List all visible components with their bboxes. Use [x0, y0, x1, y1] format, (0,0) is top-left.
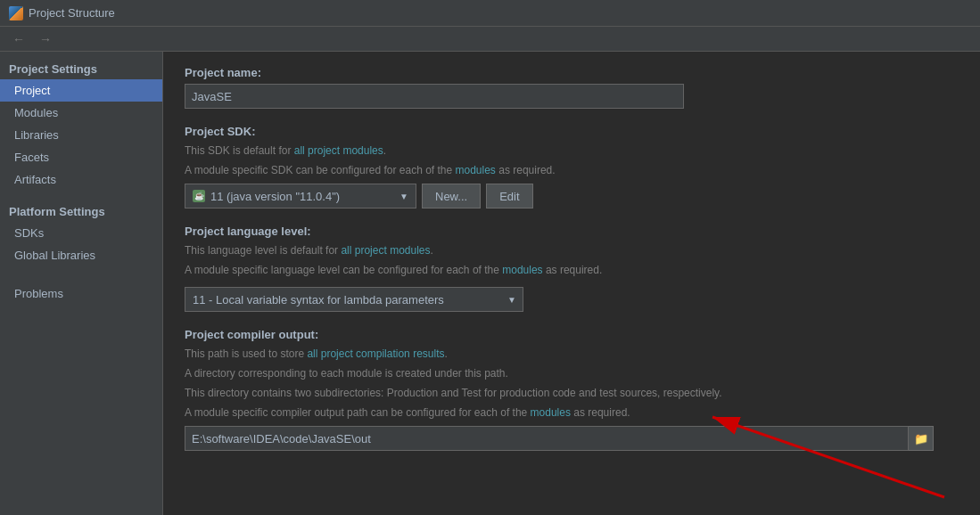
compiler-desc3: This directory contains two subdirectori…	[185, 385, 959, 401]
sdk-value: 11 (java version "11.0.4")	[210, 190, 340, 203]
sdk-dropdown-arrow-icon: ▼	[399, 192, 408, 201]
sidebar: Project Settings Project Modules Librari…	[0, 52, 163, 515]
back-button[interactable]: ←	[7, 30, 30, 48]
title-bar: Project Structure	[0, 0, 980, 27]
lang-desc2: A module specific language level can be …	[185, 262, 959, 278]
compiler-folder-button[interactable]: 📁	[909, 426, 934, 451]
compiler-desc4: A module specific compiler output path c…	[185, 405, 959, 421]
compiler-output-label: Project compiler output:	[185, 328, 959, 341]
project-name-label: Project name:	[185, 66, 959, 79]
sdk-desc2: A module specific SDK can be configured …	[185, 162, 959, 178]
language-level-label: Project language level:	[185, 225, 959, 238]
sdk-edit-button[interactable]: Edit	[486, 184, 532, 208]
folder-icon: 📁	[914, 432, 928, 446]
sidebar-item-artifacts[interactable]: Artifacts	[0, 168, 162, 191]
sidebar-item-project[interactable]: Project	[0, 79, 162, 102]
title-bar-text: Project Structure	[29, 6, 115, 20]
compiler-output-input[interactable]	[185, 426, 909, 451]
sidebar-item-problems[interactable]: Problems	[0, 282, 162, 305]
language-level-select[interactable]: 11 - Local variable syntax for lambda pa…	[185, 287, 523, 312]
platform-settings-section-label: Platform Settings	[0, 200, 162, 222]
sidebar-item-modules[interactable]: Modules	[0, 102, 162, 124]
project-name-input[interactable]	[185, 84, 684, 109]
sdk-row: ☕ 11 (java version "11.0.4") ▼ New... Ed…	[185, 184, 959, 208]
sdk-selector[interactable]: ☕ 11 (java version "11.0.4") ▼	[185, 184, 416, 208]
language-level-section: Project language level: This language le…	[185, 225, 959, 312]
compiler-output-section: Project compiler output: This path is us…	[185, 328, 959, 451]
sdk-java-icon: ☕	[193, 190, 205, 202]
sidebar-item-libraries[interactable]: Libraries	[0, 124, 162, 146]
sidebar-item-sdks[interactable]: SDKs	[0, 222, 162, 244]
app-icon	[9, 6, 23, 20]
nav-bar: ← →	[0, 27, 980, 52]
sidebar-item-global-libraries[interactable]: Global Libraries	[0, 244, 162, 266]
project-settings-section-label: Project Settings	[0, 57, 162, 79]
project-name-section: Project name:	[185, 66, 959, 109]
sidebar-item-facets[interactable]: Facets	[0, 146, 162, 168]
compiler-desc1: This path is used to store all project c…	[185, 346, 959, 362]
forward-button[interactable]: →	[34, 30, 57, 48]
content-area: Project name: Project SDK: This SDK is d…	[163, 52, 980, 515]
lang-desc1: This language level is default for all p…	[185, 242, 959, 258]
compiler-desc2: A directory corresponding to each module…	[185, 365, 959, 381]
main-layout: Project Settings Project Modules Librari…	[0, 52, 980, 515]
language-level-wrapper: 11 - Local variable syntax for lambda pa…	[185, 287, 523, 312]
compiler-output-row: 📁	[185, 426, 934, 451]
sdk-new-button[interactable]: New...	[422, 184, 481, 208]
sdk-desc1: This SDK is default for all project modu…	[185, 143, 959, 159]
project-sdk-label: Project SDK:	[185, 125, 959, 138]
project-sdk-section: Project SDK: This SDK is default for all…	[185, 125, 959, 208]
